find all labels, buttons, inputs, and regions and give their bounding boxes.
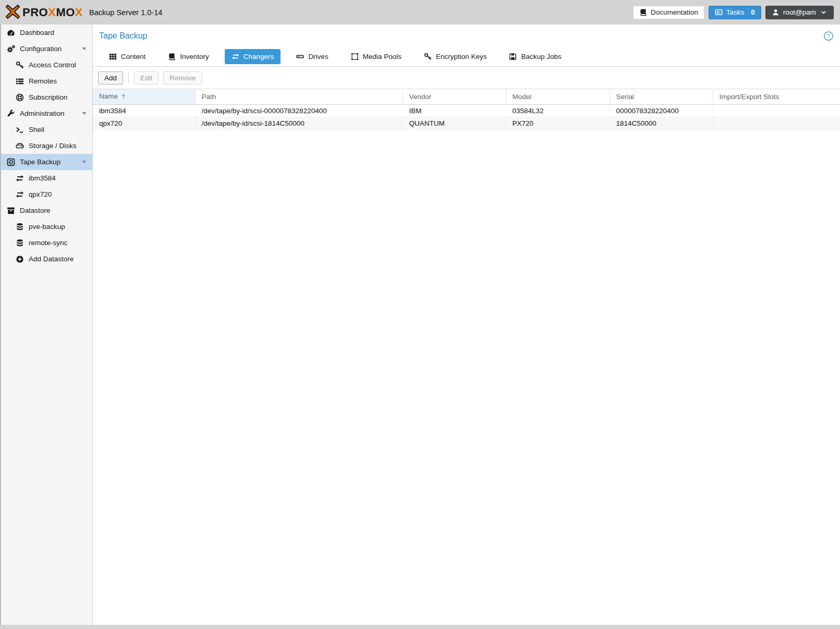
- add-button[interactable]: Add: [98, 71, 123, 84]
- sidebar-item-configuration[interactable]: Configuration: [1, 41, 92, 57]
- archive-icon: [6, 207, 15, 215]
- tree-expander-icon[interactable]: [80, 110, 88, 119]
- sidebar-item-ibm3584[interactable]: ibm3584: [1, 170, 92, 186]
- sidebar-item-label: remote-sync: [29, 239, 67, 247]
- column-header-label: Import/Export Slots: [720, 93, 780, 101]
- sidebar-item-add-datastore[interactable]: Add Datastore: [1, 251, 92, 267]
- documentation-label: Documentation: [651, 8, 698, 16]
- book-icon: [168, 53, 176, 61]
- cell-serial: 0000078328220400: [610, 105, 713, 117]
- exchange-icon: [15, 190, 24, 199]
- drive-icon: [296, 53, 304, 61]
- tab-content[interactable]: Content: [102, 49, 152, 64]
- tab-label: Content: [121, 53, 145, 61]
- grid-icon: [109, 53, 117, 61]
- wrench-icon: [6, 110, 15, 118]
- toolbar: Add Edit Remove: [93, 67, 840, 89]
- column-header-label: Name: [99, 92, 118, 100]
- cell-model: 03584L32: [506, 105, 610, 117]
- sidebar-item-dashboard[interactable]: Dashboard: [1, 25, 92, 41]
- cell-name: qpx720: [93, 117, 195, 130]
- sidebar-item-administration[interactable]: Administration: [1, 105, 92, 122]
- tab-bar: ContentInventoryChangersDrivesMedia Pool…: [93, 43, 840, 67]
- cell-name: ibm3584: [93, 105, 195, 117]
- tasks-button[interactable]: Tasks 0: [709, 6, 761, 19]
- sidebar-item-label: Datastore: [20, 207, 51, 214]
- column-header-path[interactable]: Path: [195, 89, 403, 105]
- tree-expander-icon[interactable]: [80, 158, 88, 167]
- cell-import-export-slots: [713, 105, 840, 117]
- object-group-icon: [351, 53, 359, 61]
- tab-media-pools[interactable]: Media Pools: [344, 49, 408, 64]
- column-header-label: Model: [513, 93, 532, 101]
- column-header-serial[interactable]: Serial: [610, 89, 713, 105]
- cell-serial: 1814C50000: [610, 117, 713, 130]
- tasks-count-badge: 0: [751, 8, 755, 16]
- save-icon: [509, 53, 517, 61]
- sidebar-item-pve-backup[interactable]: pve-backup: [1, 219, 92, 235]
- documentation-button[interactable]: Documentation: [633, 6, 704, 19]
- remove-button[interactable]: Remove: [163, 71, 202, 84]
- sidebar-item-label: Access Control: [29, 61, 76, 69]
- tab-backup-jobs[interactable]: Backup Jobs: [502, 49, 568, 64]
- sidebar-item-tape-backup[interactable]: Tape Backup: [1, 154, 92, 170]
- cell-path: /dev/tape/by-id/scsi-0000078328220400: [195, 105, 403, 117]
- sidebar-item-datastore[interactable]: Datastore: [1, 202, 92, 219]
- column-header-vendor[interactable]: Vendor: [403, 89, 506, 105]
- table-row-ibm3584[interactable]: ibm3584/dev/tape/by-id/scsi-000007832822…: [93, 105, 840, 117]
- tab-label: Backup Jobs: [521, 53, 561, 61]
- tab-inventory[interactable]: Inventory: [161, 49, 216, 64]
- cell-vendor: IBM: [403, 105, 506, 117]
- table-row-qpx720[interactable]: qpx720/dev/tape/by-id/scsi-1814C50000QUA…: [93, 117, 840, 130]
- sidebar-item-label: ibm3584: [29, 174, 56, 182]
- column-header-import-export-slots[interactable]: Import/Export Slots: [713, 89, 840, 105]
- tab-label: Inventory: [180, 53, 209, 61]
- task-list-icon: [715, 8, 723, 16]
- sidebar-item-shell[interactable]: Shell: [1, 122, 92, 138]
- sidebar-item-label: Add Datastore: [29, 255, 74, 263]
- edit-button[interactable]: Edit: [134, 71, 159, 84]
- proxmox-logo: PROXMOX: [5, 4, 83, 21]
- sidebar-item-storage-disks[interactable]: Storage / Disks: [1, 138, 92, 154]
- gears-icon: [6, 45, 15, 53]
- exchange-icon: [232, 53, 239, 61]
- tab-label: Media Pools: [363, 53, 401, 61]
- dashboard-icon: [6, 29, 15, 37]
- terminal-icon: [15, 126, 24, 134]
- sidebar-item-remote-sync[interactable]: remote-sync: [1, 235, 92, 251]
- tree-expander-icon[interactable]: [80, 45, 88, 54]
- sidebar-item-label: Administration: [20, 110, 65, 117]
- sidebar-item-label: Remotes: [29, 77, 57, 85]
- tab-label: Changers: [244, 53, 274, 61]
- key-icon: [424, 53, 432, 61]
- cell-path: /dev/tape/by-id/scsi-1814C50000: [195, 117, 403, 130]
- sidebar-item-remotes[interactable]: Remotes: [1, 73, 92, 89]
- sidebar-item-subscription[interactable]: Subscription: [1, 89, 92, 105]
- column-header-name[interactable]: Name: [93, 89, 195, 105]
- book-icon: [639, 8, 647, 16]
- user-menu-button[interactable]: root@pam: [765, 6, 834, 19]
- cell-model: PX720: [506, 117, 610, 130]
- cell-import-export-slots: [713, 117, 840, 130]
- tab-changers[interactable]: Changers: [225, 49, 281, 64]
- database-icon: [15, 239, 24, 247]
- remotes-icon: [15, 77, 24, 86]
- sidebar-item-label: Dashboard: [20, 29, 54, 37]
- plus-circle-icon: [15, 255, 24, 263]
- cell-vendor: QUANTUM: [403, 117, 506, 130]
- product-name: Backup Server 1.0-14: [89, 8, 162, 17]
- database-icon: [15, 223, 24, 231]
- help-button[interactable]: ?: [823, 31, 834, 41]
- tab-encryption-keys[interactable]: Encryption Keys: [417, 49, 494, 64]
- content-panel: Tape Backup ? ContentInventoryChangersDr…: [93, 25, 840, 625]
- content-header: Tape Backup ?: [93, 25, 840, 43]
- sidebar-item-access-control[interactable]: Access Control: [1, 57, 92, 73]
- user-label: root@pam: [783, 8, 816, 16]
- sidebar-item-label: pve-backup: [29, 223, 65, 231]
- column-header-model[interactable]: Model: [506, 89, 610, 105]
- sidebar-item-qpx720[interactable]: qpx720: [1, 186, 92, 202]
- proxmox-x-logo-icon: [5, 4, 20, 21]
- chevron-down-icon: [820, 8, 827, 16]
- tab-drives[interactable]: Drives: [289, 49, 335, 64]
- sidebar-item-label: Shell: [29, 126, 44, 134]
